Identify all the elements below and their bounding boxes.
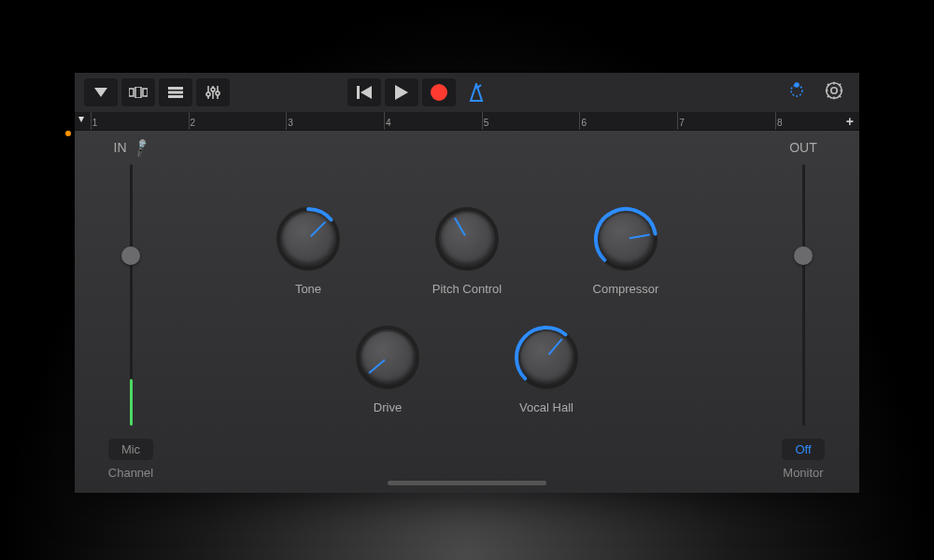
gear-icon[interactable] xyxy=(824,80,844,105)
audio-effects-panel: ▾ + 12345678 IN 🎤 Mic Channel TonePitch … xyxy=(75,73,859,493)
svg-rect-1 xyxy=(129,89,134,96)
ruler-number: 7 xyxy=(679,118,685,128)
ruler-tick xyxy=(286,112,287,130)
mixer-view-button[interactable] xyxy=(196,78,230,106)
knob-compressor: Compressor xyxy=(570,205,682,296)
ruler-number: 2 xyxy=(191,118,196,128)
monitor-toggle-button[interactable]: Off xyxy=(782,439,824,460)
ruler-number: 3 xyxy=(288,118,293,128)
svg-marker-15 xyxy=(395,85,408,100)
add-track-icon[interactable]: + xyxy=(846,114,854,129)
ruler-tick xyxy=(677,112,678,130)
dropdown-button[interactable] xyxy=(84,78,118,106)
knob-dial[interactable] xyxy=(275,205,342,273)
track-record-indicator xyxy=(65,131,71,136)
ruler-number: 1 xyxy=(92,118,98,128)
input-level-meter xyxy=(130,379,133,426)
horizontal-scroll-handle[interactable] xyxy=(388,481,546,485)
knob-row-2: DriveVocal Hall xyxy=(332,324,602,414)
output-level-slider[interactable] xyxy=(802,164,805,426)
svg-point-12 xyxy=(216,91,219,95)
knob-tone: Tone xyxy=(252,205,364,296)
svg-rect-13 xyxy=(357,86,360,99)
svg-marker-0 xyxy=(94,88,107,97)
knob-pitch-control: Pitch Control xyxy=(411,205,523,296)
input-label: IN 🎤 xyxy=(114,140,149,155)
browser-view-button[interactable] xyxy=(121,78,155,106)
ruler-tick xyxy=(579,112,580,130)
toolbar-right-group xyxy=(786,80,850,105)
knob-label: Vocal Hall xyxy=(519,400,573,414)
view-controls-group xyxy=(84,78,230,106)
ruler-tick xyxy=(482,112,483,130)
svg-rect-6 xyxy=(168,95,183,98)
settings-dial-icon[interactable] xyxy=(786,80,807,105)
record-button[interactable] xyxy=(422,78,456,106)
svg-point-10 xyxy=(211,88,215,91)
knob-dial[interactable] xyxy=(592,205,659,273)
channel-select-button[interactable]: Mic xyxy=(108,439,153,460)
knob-dial[interactable] xyxy=(433,205,501,273)
knobs-area: TonePitch ControlCompressor DriveVocal H… xyxy=(168,140,766,480)
knob-dial[interactable] xyxy=(354,324,421,391)
play-button[interactable] xyxy=(385,78,418,106)
svg-rect-3 xyxy=(143,89,148,96)
microphone-icon: 🎤 xyxy=(130,137,151,158)
metronome-button[interactable] xyxy=(460,78,493,106)
effects-content: IN 🎤 Mic Channel TonePitch ControlCompre… xyxy=(75,131,859,493)
input-level-slider[interactable] xyxy=(130,164,133,426)
svg-point-20 xyxy=(831,88,837,93)
ruler-number: 6 xyxy=(581,118,587,128)
knob-label: Compressor xyxy=(593,282,659,296)
knob-vocal-hall: Vocal Hall xyxy=(490,324,602,414)
playhead-icon[interactable]: ▾ xyxy=(78,112,84,125)
knob-label: Drive xyxy=(374,400,402,414)
ruler-number: 4 xyxy=(386,118,391,128)
svg-point-21 xyxy=(827,83,842,99)
record-icon xyxy=(431,84,447,101)
svg-rect-4 xyxy=(168,87,183,90)
svg-rect-5 xyxy=(168,91,183,94)
timeline-ruler[interactable]: ▾ + 12345678 xyxy=(75,112,859,131)
channel-label: Channel xyxy=(108,466,153,480)
knob-label: Tone xyxy=(295,282,321,296)
output-label: OUT xyxy=(789,140,817,155)
knob-label: Pitch Control xyxy=(432,282,502,296)
knob-row-1: TonePitch ControlCompressor xyxy=(252,205,682,296)
ruler-tick xyxy=(91,112,92,130)
tracks-view-button[interactable] xyxy=(159,78,192,106)
knob-drive: Drive xyxy=(332,324,444,414)
svg-point-8 xyxy=(206,92,210,96)
svg-point-19 xyxy=(795,83,799,87)
ruler-tick xyxy=(775,112,776,130)
input-slider-thumb[interactable] xyxy=(121,246,140,265)
input-column: IN 🎤 Mic Channel xyxy=(93,140,168,480)
svg-rect-2 xyxy=(135,87,141,98)
output-column: OUT Off Monitor xyxy=(766,140,841,480)
rewind-button[interactable] xyxy=(347,78,381,106)
ruler-tick xyxy=(189,112,190,130)
ruler-number: 8 xyxy=(777,118,783,128)
knob-dial[interactable] xyxy=(513,324,580,391)
output-slider-thumb[interactable] xyxy=(794,246,813,265)
svg-marker-14 xyxy=(361,86,372,99)
monitor-label: Monitor xyxy=(783,466,823,480)
ruler-number: 5 xyxy=(484,118,489,128)
top-toolbar xyxy=(75,73,859,112)
transport-controls xyxy=(347,78,493,106)
ruler-tick xyxy=(384,112,385,130)
